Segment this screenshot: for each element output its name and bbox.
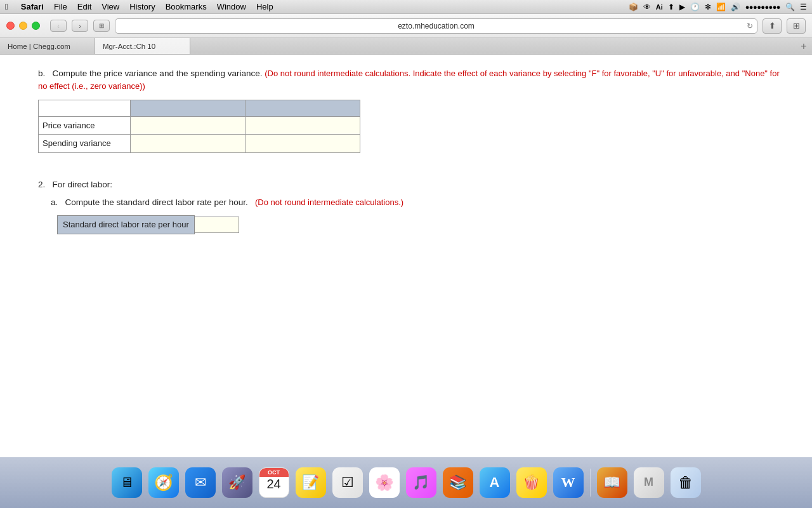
reload-button[interactable]: ↻ — [747, 22, 753, 30]
price-variance-input-col1[interactable] — [131, 116, 246, 135]
eyeglass-icon: 👁 — [643, 3, 651, 11]
section-2-number: 2. — [38, 180, 45, 189]
section-2-label: 2. For direct labor: — [38, 178, 787, 191]
sub-a-instruction: Compute the standard direct labor rate p… — [65, 197, 248, 207]
minimize-button[interactable] — [19, 22, 27, 30]
dropbox-icon: 📦 — [629, 3, 638, 11]
tab-chegg[interactable]: Home | Chegg.com — [0, 38, 95, 54]
share-button[interactable]: ⬆ — [763, 18, 782, 34]
section-2: 2. For direct labor: a. Compute the stan… — [38, 178, 787, 234]
close-button[interactable] — [6, 22, 15, 30]
window-toolbar: ‹ › ⊞ ezto.mheducation.com ↻ ⬆ ⊞ — [0, 14, 812, 38]
address-bar[interactable]: ezto.mheducation.com ↻ — [115, 18, 757, 34]
rate-label-text: Standard direct labor rate per hour — [63, 220, 189, 229]
sub-a-red-note: (Do not round intermediate calculations.… — [255, 197, 403, 207]
table-header-col1 — [131, 100, 246, 116]
zoom-button[interactable] — [32, 22, 40, 30]
table-header-col2 — [246, 100, 360, 116]
new-tab-plus[interactable]: + — [796, 38, 812, 54]
sub-section-a: a. Compute the standard direct labor rat… — [51, 196, 787, 234]
part-b-instruction: Compute the price variance and the spend… — [53, 69, 265, 78]
part-b-label: b. Compute the price variance and the sp… — [38, 67, 787, 93]
rate-label-box: Standard direct labor rate per hour — [57, 215, 195, 234]
spending-variance-input-col1[interactable] — [131, 135, 246, 153]
rate-input[interactable] — [195, 217, 239, 233]
part-b-letter: b. — [38, 69, 45, 78]
spending-variance-input-col2[interactable] — [246, 135, 360, 153]
variance-table: Price variance Spending variance — [38, 100, 360, 153]
main-content: b. Compute the price variance and the sp… — [0, 55, 812, 457]
menu-bookmarks[interactable]: Bookmarks — [166, 2, 207, 11]
url-text: ezto.mheducation.com — [398, 22, 475, 30]
forward-button[interactable]: › — [72, 20, 88, 32]
menu-help[interactable]: Help — [256, 2, 273, 11]
spending-variance-input1[interactable] — [134, 138, 241, 148]
menu-safari[interactable]: Safari — [21, 2, 44, 11]
tab-bar: Home | Chegg.com Mgr-Acct.:Ch 10 + — [0, 38, 812, 55]
menu-history[interactable]: History — [129, 2, 155, 11]
volume-icon: 🔊 — [731, 3, 740, 11]
apple-menu[interactable]:  — [5, 2, 8, 11]
clock-display: ●●●●●●●●● — [745, 3, 780, 11]
menu-file[interactable]: File — [54, 2, 67, 11]
table-header-col0 — [39, 100, 131, 116]
menu-window[interactable]: Window — [217, 2, 246, 11]
table-row: Price variance — [39, 116, 360, 135]
tab-mgr-acct-label: Mgr-Acct.:Ch 10 — [103, 43, 155, 50]
price-variance-input-col2[interactable] — [246, 116, 360, 135]
search-icon[interactable]: 🔍 — [785, 3, 795, 11]
menu-edit[interactable]: Edit — [77, 2, 91, 11]
price-variance-input1[interactable] — [134, 121, 241, 130]
toolbar-right: ⬆ ⊞ — [763, 18, 806, 34]
tab-chegg-label: Home | Chegg.com — [8, 43, 70, 50]
menu-bar-left:  Safari File Edit View History Bookmark… — [5, 2, 273, 11]
arrow-icon: ⬆ — [668, 3, 674, 11]
content-area: b. Compute the price variance and the sp… — [0, 55, 812, 260]
section-2-text: For direct labor: — [53, 180, 113, 189]
price-variance-input2[interactable] — [249, 121, 356, 130]
time-machine-icon: 🕐 — [690, 3, 700, 11]
spending-variance-input2[interactable] — [249, 138, 356, 148]
airplay-icon: ▶ — [679, 3, 685, 11]
new-tab-button[interactable]: ⊞ — [787, 18, 806, 34]
adobe-icon: Ai — [656, 3, 663, 11]
price-variance-label: Price variance — [39, 116, 131, 135]
tab-mgr-acct[interactable]: Mgr-Acct.:Ch 10 — [95, 38, 190, 54]
menu-bar:  Safari File Edit View History Bookmark… — [0, 0, 812, 14]
sub-a-label: a. Compute the standard direct labor rat… — [51, 196, 787, 209]
traffic-lights — [6, 22, 40, 30]
tab-spacer — [190, 38, 796, 54]
sub-a-letter: a. — [51, 197, 58, 207]
part-b-section: b. Compute the price variance and the sp… — [38, 67, 787, 153]
menu-view[interactable]: View — [102, 2, 119, 11]
sidebar-toggle[interactable]: ⊞ — [93, 20, 110, 32]
spending-variance-label: Spending variance — [39, 135, 131, 153]
back-button[interactable]: ‹ — [50, 20, 67, 32]
table-row: Spending variance — [39, 135, 360, 153]
bluetooth-icon: ✻ — [705, 3, 711, 11]
rate-row: Standard direct labor rate per hour — [57, 215, 787, 234]
list-icon[interactable]: ☰ — [800, 3, 807, 11]
wifi-icon: 📶 — [716, 3, 726, 11]
menu-bar-right: 📦 👁 Ai ⬆ ▶ 🕐 ✻ 📶 🔊 ●●●●●●●●● 🔍 ☰ — [629, 0, 807, 14]
